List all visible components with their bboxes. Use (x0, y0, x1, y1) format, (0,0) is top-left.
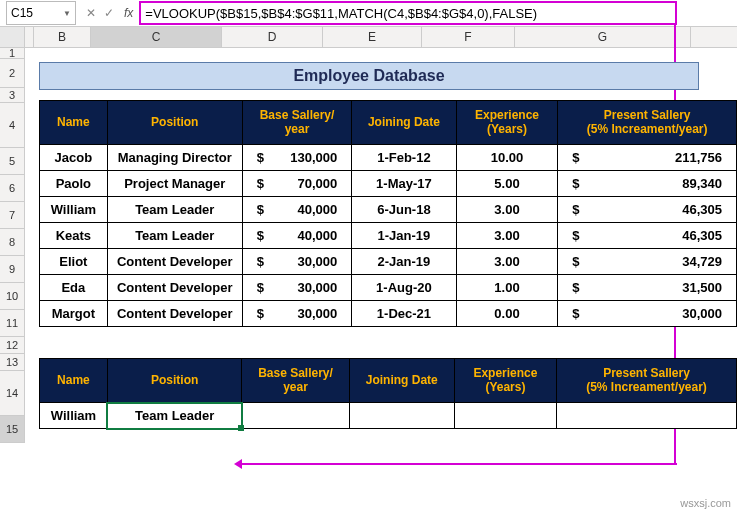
table-row: MargotContent Developer$30,0001-Dec-210.… (40, 301, 737, 327)
cell-exp[interactable]: 3.00 (456, 223, 558, 249)
cell-base[interactable]: $30,000 (242, 275, 351, 301)
th-join: Joining Date (349, 359, 454, 403)
col-header[interactable] (25, 27, 34, 47)
th-name: Name (40, 359, 108, 403)
cell-exp[interactable]: 5.00 (456, 171, 558, 197)
row-headers: 123456789101112131415 (0, 48, 25, 443)
table-row: EdaContent Developer$30,0001-Aug-201.00$… (40, 275, 737, 301)
cell-position[interactable]: Team Leader (107, 223, 242, 249)
cell-position[interactable]: Content Developer (107, 249, 242, 275)
row-header[interactable]: 9 (0, 256, 24, 283)
col-header[interactable]: G (515, 27, 691, 47)
cell-join[interactable]: 1-Aug-20 (352, 275, 456, 301)
th-present: Present Sallery (5% Increament/year) (558, 101, 737, 145)
cell-present[interactable]: $46,305 (558, 223, 737, 249)
cell-present[interactable]: $89,340 (558, 171, 737, 197)
cancel-icon[interactable]: ✕ (86, 6, 96, 20)
table-row: KeatsTeam Leader$40,0001-Jan-193.00$46,3… (40, 223, 737, 249)
table-row: JacobManaging Director$130,0001-Feb-1210… (40, 145, 737, 171)
lookup-table: Name Position Base Sallery/ year Joining… (39, 358, 737, 429)
lookup-name[interactable]: William (40, 403, 108, 429)
row-header[interactable]: 6 (0, 175, 24, 202)
row-header[interactable]: 15 (0, 416, 24, 443)
th-base: Base Sallery/ year (242, 101, 351, 145)
cell-present[interactable]: $30,000 (558, 301, 737, 327)
lookup-exp[interactable] (454, 403, 556, 429)
table-row: EliotContent Developer$30,0002-Jan-193.0… (40, 249, 737, 275)
cell-position[interactable]: Managing Director (107, 145, 242, 171)
cell-name[interactable]: William (40, 197, 108, 223)
employee-table: Name Position Base Sallery/ year Joining… (39, 100, 737, 327)
col-header[interactable]: C (91, 27, 222, 47)
th-join: Joining Date (352, 101, 456, 145)
cell-join[interactable]: 1-Jan-19 (352, 223, 456, 249)
chevron-down-icon: ▼ (63, 9, 71, 18)
cell-present[interactable]: $46,305 (558, 197, 737, 223)
name-box[interactable]: C15 ▼ (6, 1, 76, 25)
fx-icon[interactable]: fx (124, 6, 139, 20)
row-header[interactable]: 12 (0, 337, 24, 354)
cell-base[interactable]: $40,000 (242, 223, 351, 249)
cell-base[interactable]: $30,000 (242, 249, 351, 275)
cell-name[interactable]: Eda (40, 275, 108, 301)
cell-name[interactable]: Jacob (40, 145, 108, 171)
col-header[interactable]: F (422, 27, 515, 47)
cell-join[interactable]: 6-Jun-18 (352, 197, 456, 223)
cell-position[interactable]: Team Leader (107, 197, 242, 223)
watermark: wsxsj.com (680, 497, 731, 509)
col-header[interactable]: E (323, 27, 422, 47)
accept-icon[interactable]: ✓ (104, 6, 114, 20)
cell-name[interactable]: Margot (40, 301, 108, 327)
th-exp: Experience (Years) (456, 101, 558, 145)
formula-text: =VLOOKUP($B$15,$B$4:$G$11,MATCH(C4,$B$4:… (145, 6, 537, 21)
row-header[interactable]: 2 (0, 59, 24, 88)
th-present: Present Sallery (5% Increament/year) (557, 359, 737, 403)
row-header[interactable]: 10 (0, 283, 24, 310)
row-header[interactable]: 8 (0, 229, 24, 256)
lookup-position[interactable]: Team Leader (107, 403, 242, 429)
lookup-present[interactable] (557, 403, 737, 429)
lookup-base[interactable] (242, 403, 349, 429)
row-header[interactable]: 7 (0, 202, 24, 229)
cell-name[interactable]: Paolo (40, 171, 108, 197)
cell-base[interactable]: $30,000 (242, 301, 351, 327)
lookup-join[interactable] (349, 403, 454, 429)
row-header[interactable]: 13 (0, 354, 24, 371)
cell-base[interactable]: $40,000 (242, 197, 351, 223)
row-header[interactable]: 14 (0, 371, 24, 416)
cell-join[interactable]: 1-May-17 (352, 171, 456, 197)
row-header[interactable]: 4 (0, 103, 24, 148)
row-header[interactable]: 11 (0, 310, 24, 337)
cell-present[interactable]: $34,729 (558, 249, 737, 275)
cell-position[interactable]: Project Manager (107, 171, 242, 197)
cell-name[interactable]: Keats (40, 223, 108, 249)
row-header[interactable]: 1 (0, 48, 24, 59)
th-exp: Experience (Years) (454, 359, 556, 403)
col-header[interactable]: D (222, 27, 323, 47)
row-header[interactable]: 5 (0, 148, 24, 175)
cell-name[interactable]: Eliot (40, 249, 108, 275)
cell-join[interactable]: 1-Feb-12 (352, 145, 456, 171)
cell-join[interactable]: 2-Jan-19 (352, 249, 456, 275)
cell-base[interactable]: $130,000 (242, 145, 351, 171)
cell-exp[interactable]: 1.00 (456, 275, 558, 301)
cell-position[interactable]: Content Developer (107, 301, 242, 327)
row-header[interactable]: 3 (0, 88, 24, 103)
cell-reference: C15 (11, 6, 33, 20)
formula-input[interactable]: =VLOOKUP($B$15,$B$4:$G$11,MATCH(C4,$B$4:… (139, 1, 677, 25)
table-row: William Team Leader (40, 403, 737, 429)
select-all-corner[interactable] (0, 27, 25, 47)
cell-join[interactable]: 1-Dec-21 (352, 301, 456, 327)
th-position: Position (107, 359, 242, 403)
cell-position[interactable]: Content Developer (107, 275, 242, 301)
cell-exp[interactable]: 3.00 (456, 197, 558, 223)
cell-exp[interactable]: 3.00 (456, 249, 558, 275)
page-title: Employee Database (39, 62, 699, 90)
cell-exp[interactable]: 0.00 (456, 301, 558, 327)
th-name: Name (40, 101, 108, 145)
col-header[interactable]: B (34, 27, 91, 47)
cell-base[interactable]: $70,000 (242, 171, 351, 197)
cell-exp[interactable]: 10.00 (456, 145, 558, 171)
cell-present[interactable]: $211,756 (558, 145, 737, 171)
cell-present[interactable]: $31,500 (558, 275, 737, 301)
